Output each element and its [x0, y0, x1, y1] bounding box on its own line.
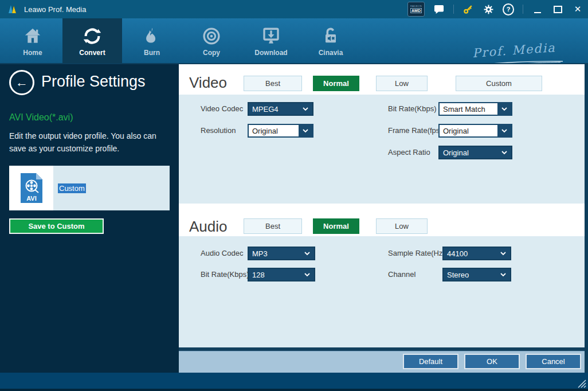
amd-acceleration-badge[interactable]: RADEON AMD [407, 2, 425, 17]
custom-profile-item[interactable]: AVI Custom [9, 166, 170, 210]
avi-file-icon: AVI [9, 166, 53, 210]
window-title: Leawo Prof. Media [24, 5, 86, 14]
video-bitrate-select[interactable]: Smart Match [438, 102, 512, 116]
help-button[interactable]: ? [503, 3, 514, 15]
close-button[interactable]: ✕ [572, 3, 583, 15]
nav-tab-label: Cinavia [319, 49, 343, 57]
nav-tab-label: Download [254, 49, 287, 57]
nav-tab-label: Home [23, 49, 42, 57]
resolution-label: Resolution [201, 124, 236, 138]
save-to-custom-label: Save to Custom [28, 222, 84, 230]
nav-tab-cinavia[interactable]: Cinavia [301, 18, 360, 63]
app-window: Leawo Prof. Media RADEON AMD [0, 0, 588, 391]
audio-codec-value: MP3 [249, 249, 300, 258]
question-mark-icon: ? [503, 3, 514, 15]
chat-bubble-icon [434, 5, 444, 14]
audio-quality-normal-button[interactable]: Normal [313, 218, 359, 234]
save-to-custom-button[interactable]: Save to Custom [9, 218, 104, 234]
selected-profile-name: AVI Video(*.avi) [9, 112, 73, 123]
titlebar-divider [523, 5, 523, 14]
video-quality-best-button[interactable]: Best [244, 76, 302, 91]
channel-value: Stereo [444, 271, 496, 279]
nav-tab-copy[interactable]: Copy [182, 18, 241, 63]
title-bar: Leawo Prof. Media RADEON AMD [0, 0, 588, 18]
default-button[interactable]: Default [403, 354, 458, 369]
maximize-button[interactable] [552, 3, 563, 15]
video-codec-value: MPEG4 [249, 105, 299, 114]
aspect-ratio-select[interactable]: Original [438, 146, 512, 159]
amd-badge-label: AMD [410, 8, 422, 13]
video-bitrate-label: Bit Rate(Kbps) [388, 102, 437, 116]
nav-tab-download[interactable]: Download [241, 18, 301, 63]
help-glyph: ? [507, 6, 511, 13]
back-button[interactable]: ← [9, 70, 34, 95]
flame-icon [142, 25, 162, 48]
amd-badge-top-text: RADEON [410, 5, 422, 7]
leawo-logo-icon [7, 4, 18, 14]
chevron-down-icon [497, 147, 511, 158]
channel-select[interactable]: Stereo [442, 268, 511, 281]
audio-section-title: Audio [189, 218, 228, 236]
video-quality-normal-button[interactable]: Normal [313, 76, 359, 91]
main-nav-bar: Home Convert Burn [0, 18, 588, 63]
feedback-button[interactable] [433, 3, 445, 15]
sample-rate-label: Sample Rate(Hz) [388, 247, 445, 260]
audio-codec-label: Audio Codec [201, 247, 243, 260]
nav-tab-label: Burn [144, 49, 160, 57]
window-right-border [585, 64, 588, 373]
video-quality-low-button[interactable]: Low [376, 76, 428, 91]
home-icon [22, 25, 43, 48]
register-button[interactable] [462, 3, 474, 15]
audio-quality-low-button[interactable]: Low [376, 218, 428, 234]
chevron-down-icon [496, 248, 510, 259]
back-arrow-icon: ← [15, 76, 28, 89]
chevron-down-icon [497, 103, 511, 115]
frame-rate-value: Original [440, 127, 497, 135]
nav-tab-label: Convert [79, 49, 105, 57]
profile-name-selected-text: Custom [58, 183, 86, 193]
settings-button[interactable] [483, 3, 494, 15]
video-codec-select[interactable]: MPEG4 [248, 102, 313, 116]
chevron-down-icon [496, 269, 510, 280]
disc-icon [201, 25, 222, 48]
video-quality-custom-button[interactable]: Custom [456, 76, 542, 91]
status-footer [0, 373, 588, 389]
svg-text:AVI: AVI [26, 195, 37, 202]
aspect-ratio-label: Aspect Ratio [388, 146, 430, 159]
chevron-down-icon [300, 269, 314, 280]
audio-codec-select[interactable]: MP3 [248, 247, 315, 260]
chevron-down-icon [300, 248, 314, 259]
dialog-button-bar [179, 351, 585, 373]
close-icon: ✕ [574, 4, 582, 14]
resolution-select[interactable]: Original [248, 124, 313, 138]
chevron-down-icon [299, 103, 312, 115]
sample-rate-select[interactable]: 44100 [442, 247, 511, 260]
nav-tab-label: Copy [203, 49, 220, 57]
frame-rate-label: Frame Rate(fps) [388, 124, 442, 138]
window-bottom-border [0, 389, 588, 391]
video-section-title: Video [189, 74, 227, 92]
channel-label: Channel [388, 268, 415, 281]
minimize-icon [534, 12, 541, 13]
audio-quality-best-button[interactable]: Best [244, 218, 302, 234]
nav-tab-convert[interactable]: Convert [62, 18, 122, 63]
key-icon [462, 3, 474, 15]
cancel-button[interactable]: Cancel [526, 354, 581, 369]
titlebar-divider [453, 5, 454, 14]
minimize-button[interactable] [532, 3, 543, 15]
download-icon [261, 25, 281, 48]
audio-bitrate-select[interactable]: 128 [248, 268, 315, 281]
chevron-down-icon [299, 125, 312, 136]
profile-description: Edit the output video profile. You also … [9, 130, 171, 155]
frame-rate-select[interactable]: Original [438, 124, 512, 138]
gear-icon [483, 4, 494, 15]
chevron-down-icon [497, 125, 511, 136]
unlocked-mute-icon [320, 25, 341, 48]
page-title: Profile Settings [41, 73, 146, 91]
ok-button[interactable]: OK [464, 354, 520, 369]
resize-grip[interactable] [574, 376, 587, 389]
nav-tab-home[interactable]: Home [3, 18, 62, 63]
profile-name-field[interactable]: Custom [53, 166, 170, 210]
nav-tab-burn[interactable]: Burn [122, 18, 182, 63]
convert-icon [81, 25, 103, 48]
